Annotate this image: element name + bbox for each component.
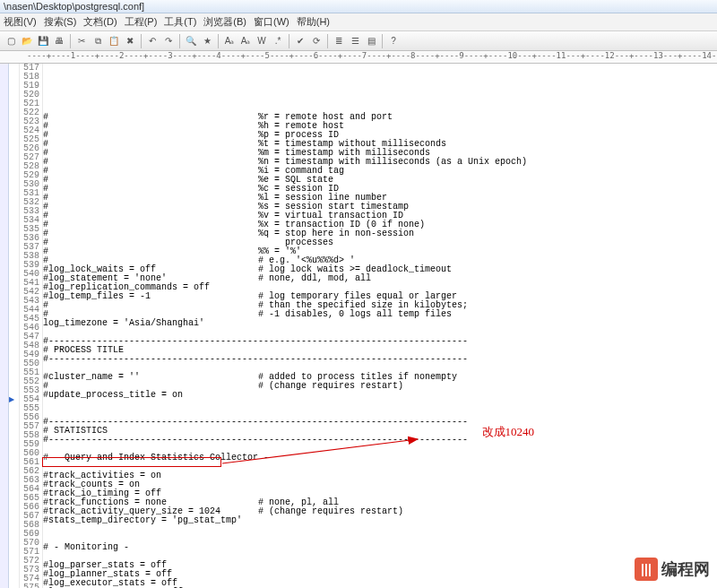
code-line: log_timezone = 'Asia/Shanghai': [43, 318, 204, 328]
code-line: #---------------------------------------…: [43, 435, 468, 445]
menu-item-4[interactable]: 工具(T): [164, 16, 196, 27]
menu-bar: 视图(V)搜索(S)文档(D)工程(P)工具(T)浏览器(B)窗口(W)帮助(H…: [0, 13, 717, 31]
toolbar-separator: [179, 34, 180, 48]
ruler: ----+----1----+----2----+----3----+----4…: [0, 51, 717, 64]
code-area[interactable]: 改成10240 # %r = remote host and port# %h …: [43, 64, 717, 588]
regex-icon[interactable]: .*: [271, 34, 285, 48]
line-number: 575: [22, 584, 39, 588]
toolbar-separator: [218, 34, 219, 48]
copy-icon[interactable]: ⧉: [91, 34, 105, 48]
delete-icon[interactable]: ✖: [123, 34, 137, 48]
whole-icon[interactable]: W: [255, 34, 269, 48]
menu-item-6[interactable]: 窗口(W): [254, 16, 289, 27]
current-line-marker-icon: ▶: [9, 395, 19, 404]
save-icon[interactable]: 💾: [36, 34, 50, 48]
help-icon[interactable]: ?: [386, 34, 401, 48]
left-edge: [0, 64, 9, 588]
menu-item-2[interactable]: 文档(D): [83, 16, 117, 27]
gutter: ▶: [9, 64, 20, 588]
cut-icon[interactable]: ✂: [74, 34, 89, 48]
refresh-icon[interactable]: ⟳: [309, 34, 324, 48]
list-icon[interactable]: ≣: [332, 34, 346, 48]
redo-icon[interactable]: ↷: [161, 34, 176, 48]
code-line: #---------------------------------------…: [43, 354, 468, 364]
title-bar: \nasen\Desktop\postgresql.conf]: [0, 0, 717, 13]
code-line: #update_process_title = on: [43, 390, 183, 400]
editor: ▶ 51751851952052152252352452552652752852…: [0, 64, 717, 588]
new-icon[interactable]: ▢: [4, 34, 18, 48]
toolbar-separator: [141, 34, 142, 48]
undo-icon[interactable]: ↶: [145, 34, 160, 48]
tree-icon[interactable]: ▤: [364, 34, 378, 48]
paste-icon[interactable]: 📋: [107, 34, 121, 48]
Aa-icon[interactable]: Aₐ: [238, 34, 253, 48]
open-icon[interactable]: 📂: [20, 34, 34, 48]
list2-icon[interactable]: ☰: [348, 34, 362, 48]
toolbar-separator: [382, 34, 383, 48]
code-line: #stats_temp_directory = 'pg_stat_tmp': [43, 515, 242, 525]
bookmark-icon[interactable]: ★: [200, 34, 214, 48]
menu-item-3[interactable]: 工程(P): [125, 16, 158, 27]
menu-item-0[interactable]: 视图(V): [4, 16, 37, 27]
code-line: # - Monitoring -: [43, 542, 129, 552]
file-path: \nasen\Desktop\postgresql.conf]: [4, 1, 144, 12]
toolbar: ▢📂💾🖶✂⧉📋✖↶↷🔍★AₐAₐW.*✔⟳≣☰▤?: [0, 31, 717, 51]
line-numbers: 5175185195205215225235245255265275285295…: [20, 64, 43, 588]
menu-item-7[interactable]: 帮助(H): [297, 16, 330, 27]
toolbar-separator: [70, 34, 71, 48]
print-icon[interactable]: 🖶: [52, 34, 66, 48]
menu-item-5[interactable]: 浏览器(B): [203, 16, 246, 27]
Aa-icon[interactable]: Aₐ: [222, 34, 237, 48]
code-line: # - Query and Index Statistics Collector…: [43, 453, 269, 463]
find-icon[interactable]: 🔍: [184, 34, 198, 48]
toolbar-separator: [289, 34, 289, 48]
check-icon[interactable]: ✔: [293, 34, 307, 48]
menu-item-1[interactable]: 搜索(S): [44, 16, 77, 27]
toolbar-separator: [327, 34, 328, 48]
